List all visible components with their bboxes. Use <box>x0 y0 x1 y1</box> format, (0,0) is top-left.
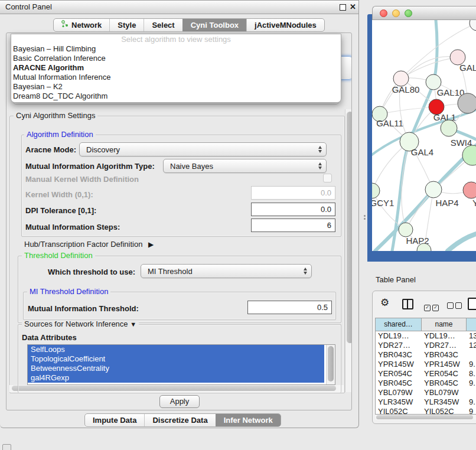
close-icon[interactable]: ✕ <box>350 1 356 14</box>
mi-type-select[interactable]: Naive Bayes <box>163 159 327 173</box>
kernel-width-input[interactable]: 0.0 <box>251 186 335 200</box>
settings-vertical-scrollbar[interactable] <box>345 109 352 392</box>
table-horizontal-scrollbar-thumb[interactable] <box>376 415 473 419</box>
algorithm-option-aracne-algorithm[interactable]: ARACNE Algorithm <box>11 63 341 73</box>
attributes-scrollbar-thumb[interactable] <box>328 346 334 381</box>
gear-icon[interactable]: ⚙ <box>380 296 389 309</box>
tab-jactivemnodules[interactable]: jActiveMNodules <box>246 19 324 31</box>
node-label-gal4: GAL4 <box>411 147 433 157</box>
table-cell: 9. <box>467 360 476 369</box>
attribute-item-gal4rgexp[interactable]: gal4RGexp <box>28 373 324 383</box>
attributes-scrollbar[interactable] <box>326 345 335 384</box>
column-header-name[interactable]: name <box>422 318 467 331</box>
network-node[interactable] <box>458 93 476 113</box>
table-cell: 8. <box>467 369 476 379</box>
select-all-columns-icon[interactable]: ✓✓ <box>424 302 439 311</box>
table-row[interactable]: YLR345WYLR345W9. <box>376 397 476 407</box>
node-table[interactable]: shared…nameAYDL19…YDL19…13YDR27…YDR27…12… <box>375 318 476 415</box>
aracne-mode-select[interactable]: Discovery <box>79 142 327 156</box>
apply-button[interactable]: Apply <box>159 395 200 408</box>
network-node-y[interactable] <box>463 182 476 198</box>
tab-label: jActiveMNodules <box>255 19 317 31</box>
hub-section-toggle[interactable]: Hub/Transcription Factor Definition ▶ <box>24 240 154 249</box>
attribute-item-topologicalcoefficient[interactable]: TopologicalCoefficient <box>28 354 324 364</box>
algorithm-dropdown-prompt: Select algorithm to view settings <box>11 34 341 44</box>
node-label-swi4: SWI4 <box>451 138 472 148</box>
settings-vertical-scrollbar-thumb[interactable] <box>347 112 352 343</box>
mi-type-value: Naive Bayes <box>170 162 213 171</box>
network-edge[interactable] <box>380 107 436 114</box>
sources-toggle[interactable]: Sources for Network Inference ▼ <box>22 320 139 328</box>
tab-infer-network[interactable]: Infer Network <box>216 414 281 426</box>
minimize-traffic-light-icon[interactable] <box>392 9 400 17</box>
tab-network[interactable]: Network <box>54 19 109 31</box>
docked-panel-icon[interactable] <box>2 444 11 450</box>
network-node-gcy1[interactable] <box>372 183 380 198</box>
control-panel-titlebar[interactable]: Control Panel ✕ <box>0 1 358 14</box>
network-node-hap4[interactable] <box>425 181 442 198</box>
table-cell: YIL052C <box>376 407 422 415</box>
tab-label: Network <box>71 19 102 31</box>
node-label-gal80: GAL80 <box>392 84 420 94</box>
table-row[interactable]: YBR043CYBR043C <box>376 350 476 360</box>
manual-kernel-label: Manual Kernel Width Definition <box>25 175 139 184</box>
node-label-gal10: GAL10 <box>437 87 465 97</box>
attribute-item-betweennesscentrality[interactable]: BetweennessCentrality <box>28 364 324 373</box>
dpi-tolerance-input[interactable]: 0.0 <box>251 203 335 216</box>
table-cell: YLR345W <box>422 397 467 407</box>
tab-cyni-toolbox[interactable]: Cyni Toolbox <box>182 19 246 31</box>
split-columns-icon[interactable] <box>402 299 413 309</box>
network-window-titlebar[interactable] <box>372 6 476 20</box>
table-cell: YDR27… <box>376 341 422 350</box>
table-cell: YPR145W <box>422 360 467 369</box>
tab-style[interactable]: Style <box>109 19 144 31</box>
table-cell: YBL079W <box>376 388 422 397</box>
algorithm-option-dream8-dc-tdc-algorithm[interactable]: Dream8 DC_TDC Algorithm <box>11 92 341 101</box>
threshold-definition-title: Threshold Definition <box>22 252 95 260</box>
float-window-icon[interactable] <box>340 4 346 11</box>
table-row[interactable]: YIL052CYIL052C9 <box>376 407 476 415</box>
network-node[interactable] <box>470 20 476 31</box>
stepper-arrows-icon <box>318 162 322 169</box>
deselect-all-columns-icon[interactable] <box>447 302 462 311</box>
column-header-shared[interactable]: shared… <box>376 318 422 331</box>
network-node[interactable] <box>441 120 457 136</box>
table-row[interactable]: YBR045CYBR045C9. <box>376 379 476 388</box>
table-horizontal-scrollbar[interactable] <box>375 415 476 420</box>
which-threshold-select[interactable]: MI Threshold <box>141 264 312 278</box>
table-row[interactable]: YER054CYER054C8. <box>376 369 476 379</box>
network-node-hap2[interactable] <box>399 223 413 237</box>
tab-discretize-data[interactable]: Discretize Data <box>144 414 215 426</box>
column-header-a[interactable]: A <box>467 318 476 331</box>
dpi-tolerance-label: DPI Tolerance [0,1]: <box>25 206 96 215</box>
network-canvas[interactable]: GALGAL80GAL10GAL1GAL11GAL4SWI4GCY1HAP4YH… <box>372 20 476 251</box>
kernel-width-label: Kernel Width (0,1): <box>25 190 93 199</box>
zoom-traffic-light-icon[interactable] <box>405 9 412 17</box>
tab-label: Style <box>118 19 136 31</box>
algorithm-option-mutual-information-inference[interactable]: Mutual Information Inference <box>11 73 341 82</box>
new-table-icon[interactable] <box>468 298 476 310</box>
tab-select[interactable]: Select <box>144 19 182 31</box>
table-row[interactable]: YBL079WYBL079W <box>376 388 476 397</box>
table-row[interactable]: YPR145WYPR145W9. <box>376 360 476 369</box>
manual-kernel-checkbox[interactable] <box>323 174 332 182</box>
table-row[interactable]: YDR27…YDR27…12 <box>376 341 476 350</box>
tab-label: Cyni Toolbox <box>191 19 239 31</box>
algorithm-definition-title: Algorithm Definition <box>24 131 96 139</box>
mi-steps-input[interactable]: 6 <box>251 219 335 232</box>
algorithm-option-bayesian-hill-climbing[interactable]: Bayesian – Hill Climbing <box>11 44 341 54</box>
chevron-right-icon: ▶ <box>148 240 154 249</box>
algorithm-option-basic-correlation-inference[interactable]: Basic Correlation Inference <box>11 54 341 63</box>
network-edge[interactable] <box>448 234 476 251</box>
mi-threshold-input[interactable]: 0.5 <box>247 301 332 314</box>
panel-splitter[interactable] <box>363 215 367 220</box>
close-traffic-light-icon[interactable] <box>380 9 387 17</box>
table-panel-title: Table Panel <box>376 275 416 284</box>
attribute-item-selfloops[interactable]: SelfLoops <box>28 345 324 354</box>
table-cell: YBR045C <box>422 379 467 388</box>
data-attributes-list[interactable]: SelfLoopsTopologicalCoefficientBetweenne… <box>27 344 335 385</box>
algorithm-option-bayesian-k2[interactable]: Bayesian – K2 <box>11 82 341 92</box>
table-row[interactable]: YDL19…YDL19…13 <box>376 331 476 341</box>
data-attributes-label: Data Attributes <box>22 333 77 342</box>
tab-impute-data[interactable]: Impute Data <box>85 414 144 426</box>
